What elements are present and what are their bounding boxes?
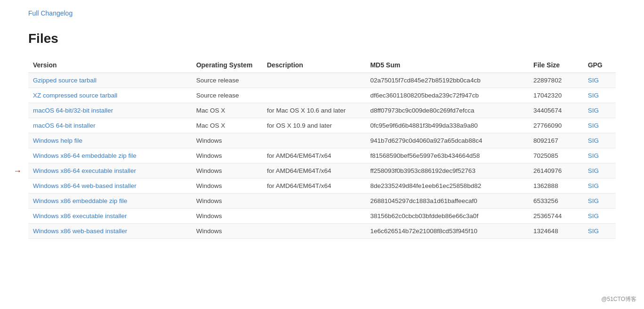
file-size: 26140976: [529, 163, 583, 179]
file-sig-link[interactable]: SIG: [588, 197, 599, 204]
file-size: 8092167: [529, 133, 583, 148]
table-header-row: Version Operating System Description MD5…: [28, 57, 616, 73]
file-os: Windows: [192, 209, 262, 224]
file-version-link[interactable]: Windows x86-64 embeddable zip file: [33, 152, 137, 159]
file-version-link[interactable]: Windows x86 web-based installer: [33, 228, 127, 235]
file-desc: for OS X 10.9 and later: [262, 118, 366, 133]
file-sig-link[interactable]: SIG: [588, 92, 599, 99]
file-version-link[interactable]: Gzipped source tarball: [33, 77, 97, 84]
file-size: 25365744: [529, 209, 583, 224]
table-row: Windows help fileWindows941b7d6279c0d406…: [28, 133, 616, 148]
file-sig-link[interactable]: SIG: [588, 122, 599, 129]
file-desc: [262, 224, 366, 239]
table-row: Gzipped source tarballSource release02a7…: [28, 73, 616, 88]
file-version-link[interactable]: Windows help file: [33, 137, 82, 144]
file-version-link[interactable]: Windows x86-64 web-based installer: [33, 182, 137, 189]
file-os: Windows: [192, 163, 262, 179]
file-md5: 1e6c626514b72e21008f8cd53f945f10: [365, 224, 529, 239]
file-os: Mac OS X: [192, 118, 262, 133]
table-row: →Windows x86-64 executable installerWind…: [28, 163, 616, 179]
file-os: Windows: [192, 179, 262, 194]
file-os: Windows: [192, 224, 262, 239]
file-version-link[interactable]: macOS 64-bit/32-bit installer: [33, 107, 113, 114]
file-desc: [262, 194, 366, 209]
file-size: 7025085: [529, 148, 583, 163]
table-row: XZ compressed source tarballSource relea…: [28, 88, 616, 103]
file-os: Source release: [192, 88, 262, 103]
table-row: Windows x86-64 embeddable zip fileWindow…: [28, 148, 616, 163]
file-os: Windows: [192, 194, 262, 209]
file-desc: for Mac OS X 10.6 and later: [262, 103, 366, 118]
table-row: Windows x86-64 web-based installerWindow…: [28, 179, 616, 194]
file-md5: 38156b62c0cbcb03bfddeb86e66c3a0f: [365, 209, 529, 224]
file-desc: for AMD64/EM64T/x64: [262, 163, 366, 179]
file-desc: for AMD64/EM64T/x64: [262, 148, 366, 163]
file-size: 27766090: [529, 118, 583, 133]
file-size: 1324648: [529, 224, 583, 239]
file-size: 6533256: [529, 194, 583, 209]
col-header-gpg: GPG: [583, 57, 616, 73]
col-header-os: Operating System: [192, 57, 262, 73]
file-os: Windows: [192, 133, 262, 148]
file-desc: [262, 73, 366, 88]
file-md5: d8ff07973bc9c009de80c269fd7efcca: [365, 103, 529, 118]
file-md5: 0fc95e9f6d6b4881f3b499da338a9a80: [365, 118, 529, 133]
file-version-link[interactable]: Windows x86-64 executable installer: [33, 167, 136, 174]
file-md5: 02a75015f7cd845e27b85192bb0ca4cb: [365, 73, 529, 88]
watermark: @51CTO博客: [598, 294, 639, 304]
table-row: Windows x86 embeddable zip fileWindows26…: [28, 194, 616, 209]
file-md5: df6ec36011808205beda239c72f947cb: [365, 88, 529, 103]
file-sig-link[interactable]: SIG: [588, 167, 599, 174]
file-sig-link[interactable]: SIG: [588, 77, 599, 84]
files-table: Version Operating System Description MD5…: [28, 57, 616, 239]
file-size: 34405674: [529, 103, 583, 118]
file-md5: 26881045297dc1883a1d61baffeecaf0: [365, 194, 529, 209]
file-md5: 941b7d6279c0d4060a927a65dcab88c4: [365, 133, 529, 148]
col-header-md5: MD5 Sum: [365, 57, 529, 73]
col-header-version: Version: [28, 57, 192, 73]
file-version-link[interactable]: XZ compressed source tarball: [33, 92, 117, 99]
full-changelog-link[interactable]: Full Changelog: [28, 9, 72, 17]
file-size: 17042320: [529, 88, 583, 103]
table-row: Windows x86 web-based installerWindows1e…: [28, 224, 616, 239]
file-size: 22897802: [529, 73, 583, 88]
file-sig-link[interactable]: SIG: [588, 137, 599, 144]
file-sig-link[interactable]: SIG: [588, 152, 599, 159]
file-desc: [262, 133, 366, 148]
file-size: 1362888: [529, 179, 583, 194]
section-title: Files: [28, 31, 616, 46]
file-md5: 8de2335249d84fe1eeb61ec25858bd82: [365, 179, 529, 194]
file-sig-link[interactable]: SIG: [588, 182, 599, 189]
file-desc: for AMD64/EM64T/x64: [262, 179, 366, 194]
file-md5: f81568590bef56e5997e63b434664d58: [365, 148, 529, 163]
file-version-link[interactable]: macOS 64-bit installer: [33, 122, 96, 129]
file-os: Windows: [192, 148, 262, 163]
arrow-indicator: →: [13, 166, 22, 176]
file-version-link[interactable]: Windows x86 executable installer: [33, 212, 127, 220]
file-desc: [262, 88, 366, 103]
file-sig-link[interactable]: SIG: [588, 107, 599, 114]
file-os: Source release: [192, 73, 262, 88]
page-wrapper: Full Changelog Files Version Operating S…: [0, 0, 644, 309]
table-row: macOS 64-bit/32-bit installerMac OS Xfor…: [28, 103, 616, 118]
file-sig-link[interactable]: SIG: [588, 212, 599, 220]
file-os: Mac OS X: [192, 103, 262, 118]
table-row: macOS 64-bit installerMac OS Xfor OS X 1…: [28, 118, 616, 133]
file-md5: ff258093f0b3953c886192dec9f52763: [365, 163, 529, 179]
col-header-size: File Size: [529, 57, 583, 73]
file-sig-link[interactable]: SIG: [588, 228, 599, 235]
file-version-link[interactable]: Windows x86 embeddable zip file: [33, 197, 127, 204]
file-desc: [262, 209, 366, 224]
col-header-desc: Description: [262, 57, 366, 73]
table-row: Windows x86 executable installerWindows3…: [28, 209, 616, 224]
